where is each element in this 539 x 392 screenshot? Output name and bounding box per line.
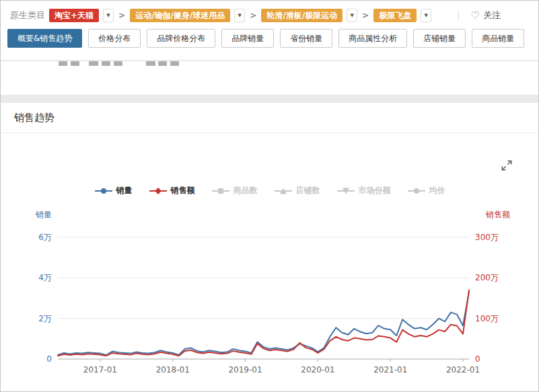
svg-text:6万: 6万	[38, 233, 52, 242]
clipped-text-fragment	[59, 61, 67, 66]
y-right-axis-name: 销售额	[486, 209, 510, 221]
legend-item-market-share[interactable]: 市场份额	[336, 185, 391, 196]
svg-text:300万: 300万	[475, 233, 499, 242]
line-triangle-marker-icon	[274, 187, 293, 195]
follow-label: 关注	[483, 9, 501, 22]
divider	[458, 10, 459, 21]
line-circle-marker-icon	[94, 187, 113, 195]
svg-text:200万: 200万	[475, 273, 499, 282]
line-triangle-down-marker-icon	[336, 187, 355, 195]
breadcrumb-label: 原生类目	[10, 9, 45, 22]
legend-item-sales-amount[interactable]: 销售额	[149, 185, 195, 196]
tab-brand-sales[interactable]: 品牌销量	[221, 29, 274, 48]
tab-province-sales[interactable]: 省份销量	[280, 29, 332, 48]
follow-button[interactable]: ♡ 关注	[471, 9, 501, 22]
tab-price-distribution[interactable]: 价格分布	[88, 29, 141, 48]
category-badge-level3[interactable]: 极限飞盘	[373, 9, 417, 22]
svg-text:2021-01: 2021-01	[373, 365, 407, 375]
panel-title-row: 销售趋势	[1, 103, 538, 133]
chevron-down-icon[interactable]: ▼	[103, 9, 114, 22]
breadcrumb-separator: >	[118, 11, 125, 20]
svg-text:2019-01: 2019-01	[228, 365, 262, 375]
panel-title: 销售趋势	[14, 112, 55, 124]
breadcrumb-separator: >	[250, 11, 256, 20]
clipped-text-fragment	[146, 61, 155, 66]
legend-item-average-price[interactable]: 均价	[407, 185, 445, 196]
chevron-down-icon[interactable]: ▼	[421, 9, 431, 22]
clipped-text-fragment	[89, 61, 98, 66]
clipped-card	[1, 61, 538, 95]
svg-text:2020-01: 2020-01	[301, 365, 334, 375]
line-circle-marker-icon	[407, 187, 426, 195]
tab-overview-sales-trend[interactable]: 概要&销售趋势	[7, 29, 82, 48]
chevron-down-icon[interactable]: ▼	[234, 9, 245, 22]
tab-brand-price-distribution[interactable]: 品牌价格分布	[147, 29, 215, 48]
svg-text:100万: 100万	[475, 314, 499, 323]
expand-icon[interactable]	[501, 159, 513, 171]
clipped-text-fragment	[170, 61, 179, 66]
svg-text:2万: 2万	[38, 314, 52, 323]
svg-text:2017-01: 2017-01	[83, 365, 117, 375]
line-diamond-marker-icon	[149, 187, 168, 195]
header: 原生类目 淘宝+天猫 ▼ > 运动/瑜伽/健身/球迷用品 ▼ > 轮滑/滑板/极…	[1, 1, 538, 60]
clipped-text-fragment	[158, 61, 167, 66]
category-badge-platform[interactable]: 淘宝+天猫	[49, 9, 99, 22]
clipped-text-fragment	[71, 61, 79, 66]
clipped-text-fragment	[114, 61, 122, 66]
sales-trend-panel: 销售趋势 销量 销售额 商品数 店铺数	[1, 103, 538, 392]
y-left-axis-name: 销量	[36, 209, 52, 221]
breadcrumb: 原生类目 淘宝+天猫 ▼ > 运动/瑜伽/健身/球迷用品 ▼ > 轮滑/滑板/极…	[1, 1, 538, 22]
tab-product-sales[interactable]: 商品销量	[472, 29, 524, 48]
chevron-down-icon[interactable]: ▼	[347, 9, 357, 22]
legend-item-product-count[interactable]: 商品数	[211, 185, 258, 196]
svg-text:2018-01: 2018-01	[156, 365, 190, 375]
tab-product-attribute-analysis[interactable]: 商品属性分析	[338, 29, 407, 48]
svg-text:2022-01: 2022-01	[446, 365, 480, 375]
clipped-text-fragment	[102, 61, 110, 66]
tab-bar: 概要&销售趋势 价格分布 品牌价格分布 品牌销量 省份销量 商品属性分析 店铺销…	[1, 22, 538, 48]
breadcrumb-separator: >	[362, 11, 369, 20]
heart-icon: ♡	[471, 11, 480, 21]
legend-item-shop-count[interactable]: 店铺数	[274, 185, 320, 196]
analytics-page: 原生类目 淘宝+天猫 ▼ > 运动/瑜伽/健身/球迷用品 ▼ > 轮滑/滑板/极…	[0, 0, 539, 392]
tab-shop-sales[interactable]: 店铺销量	[413, 29, 466, 48]
svg-text:0: 0	[46, 354, 52, 364]
svg-text:0: 0	[475, 354, 480, 364]
chart-legend: 销量 销售额 商品数 店铺数 市场份额 均价	[1, 185, 538, 196]
category-badge-level2[interactable]: 轮滑/滑板/极限运动	[261, 9, 343, 22]
category-badge-level1[interactable]: 运动/瑜伽/健身/球迷用品	[130, 9, 230, 22]
trend-chart: 6万300万4万200万2万100万002017-012018-012019-0…	[6, 226, 534, 391]
line-rect-marker-icon	[211, 187, 230, 195]
svg-text:4万: 4万	[38, 273, 52, 282]
legend-item-sales-volume[interactable]: 销量	[94, 185, 133, 196]
